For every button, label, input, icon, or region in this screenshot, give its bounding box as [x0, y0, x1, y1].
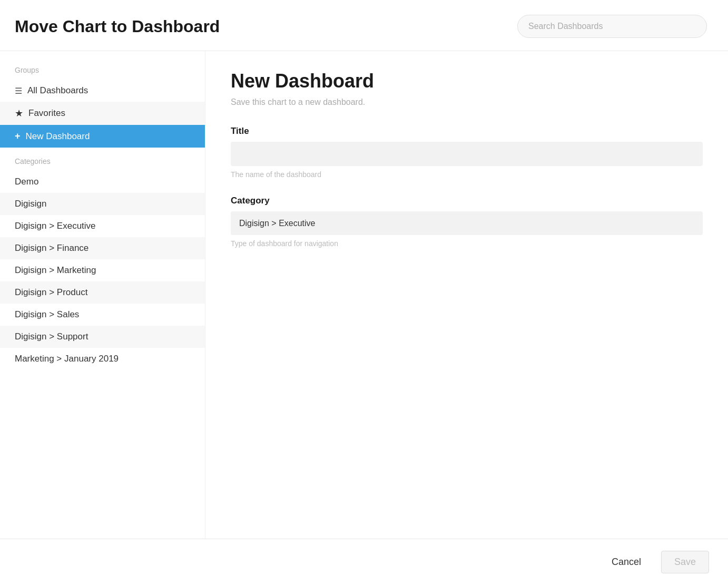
plus-icon: + — [15, 131, 21, 142]
sidebar-item-label: Favorites — [28, 108, 65, 119]
sidebar-item-label: Digisign > Support — [15, 331, 88, 342]
sidebar-item-digisign-product[interactable]: Digisign > Product — [0, 281, 205, 304]
sidebar-item-digisign-finance[interactable]: Digisign > Finance — [0, 237, 205, 259]
search-container — [517, 15, 707, 38]
category-select[interactable]: Digisign > Executive Demo Digisign Digis… — [231, 211, 703, 235]
modal-body: Groups ☰ All Dashboards ★ Favorites + Ne… — [0, 51, 728, 539]
form-title: New Dashboard — [231, 70, 703, 92]
sidebar-item-label: All Dashboards — [27, 85, 88, 96]
sidebar-item-all-dashboards[interactable]: ☰ All Dashboards — [0, 80, 205, 102]
categories-label: Categories — [0, 148, 205, 171]
title-hint: The name of the dashboard — [231, 170, 703, 179]
groups-label: Groups — [0, 66, 205, 80]
sidebar-item-label: Digisign > Finance — [15, 243, 88, 253]
modal-header: Move Chart to Dashboard — [0, 0, 728, 51]
sidebar-item-label: Digisign — [15, 199, 46, 209]
sidebar-item-marketing-jan2019[interactable]: Marketing > January 2019 — [0, 348, 205, 370]
sidebar-item-label: Digisign > Marketing — [15, 265, 96, 276]
cancel-button[interactable]: Cancel — [602, 551, 651, 573]
sidebar-item-label: Digisign > Sales — [15, 309, 79, 320]
modal-title: Move Chart to Dashboard — [15, 17, 220, 36]
sidebar-item-digisign-sales[interactable]: Digisign > Sales — [0, 304, 205, 326]
title-input[interactable] — [231, 142, 703, 166]
modal-footer: Cancel Save — [0, 539, 728, 585]
sidebar-item-demo[interactable]: Demo — [0, 171, 205, 193]
modal-container: Move Chart to Dashboard Groups ☰ All Das… — [0, 0, 728, 585]
list-icon: ☰ — [15, 86, 22, 96]
search-input[interactable] — [517, 15, 707, 38]
category-label: Category — [231, 196, 703, 206]
category-field-group: Category Digisign > Executive Demo Digis… — [231, 196, 703, 248]
sidebar: Groups ☰ All Dashboards ★ Favorites + Ne… — [0, 51, 205, 539]
save-button[interactable]: Save — [661, 551, 709, 573]
sidebar-item-favorites[interactable]: ★ Favorites — [0, 102, 205, 125]
sidebar-item-digisign-support[interactable]: Digisign > Support — [0, 326, 205, 348]
sidebar-item-label: Demo — [15, 177, 38, 187]
category-hint: Type of dashboard for navigation — [231, 239, 703, 248]
main-content: New Dashboard Save this chart to a new d… — [205, 51, 728, 539]
sidebar-item-digisign[interactable]: Digisign — [0, 193, 205, 215]
sidebar-item-label: Digisign > Executive — [15, 221, 96, 231]
sidebar-item-digisign-executive[interactable]: Digisign > Executive — [0, 215, 205, 237]
form-subtitle: Save this chart to a new dashboard. — [231, 97, 703, 107]
sidebar-item-label: Digisign > Product — [15, 287, 87, 298]
sidebar-item-new-dashboard[interactable]: + New Dashboard — [0, 125, 205, 148]
sidebar-item-label: New Dashboard — [26, 131, 90, 142]
title-field-group: Title The name of the dashboard — [231, 126, 703, 179]
title-label: Title — [231, 126, 703, 136]
sidebar-item-label: Marketing > January 2019 — [15, 354, 119, 364]
star-icon: ★ — [15, 108, 23, 119]
sidebar-item-digisign-marketing[interactable]: Digisign > Marketing — [0, 259, 205, 281]
